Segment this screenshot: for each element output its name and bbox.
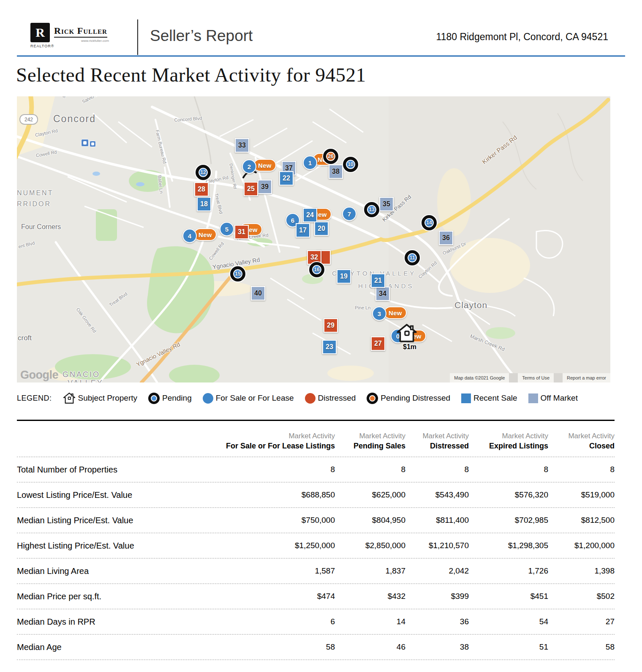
google-logo: Google (20, 369, 58, 382)
distressed-icon (305, 393, 316, 404)
marker-sale-5[interactable]: 5 (220, 222, 234, 236)
marker-distressed-25[interactable]: 25 (244, 182, 258, 196)
sellers-report-page: R Rick Fuller www.rickfuller.com REALTOR… (0, 0, 642, 672)
legend-label: Pending (162, 393, 192, 403)
new-listing-pill[interactable]: New (384, 306, 407, 319)
cell-value: $1,210,570 (405, 541, 469, 550)
cell-value: $576,320 (469, 490, 548, 500)
legend-item-off-market: Off Market (528, 393, 578, 403)
marker-sale-2[interactable]: 2 (242, 159, 256, 174)
cell-value: 1,837 (335, 566, 405, 576)
market-activity-table: Market ActivityFor Sale or For Lease Lis… (17, 420, 615, 660)
map-legend: LEGEND: Subject Property Pending For Sal… (17, 389, 625, 407)
marker-off-38[interactable]: 38 (329, 164, 343, 179)
row-label: Total Number of Properties (17, 465, 194, 475)
column-header: Market ActivityFor Sale or For Lease Lis… (194, 432, 335, 451)
marker-off-33[interactable]: 33 (235, 138, 249, 153)
marker-sale-1[interactable]: 1 (303, 156, 317, 170)
realtor-logo-icon: R (30, 23, 50, 42)
cell-value: 54 (469, 617, 548, 626)
row-label: Median Living Area (17, 566, 194, 576)
marker-recent-18[interactable]: 18 (197, 197, 211, 211)
cell-value: 58 (194, 642, 335, 652)
legend-item-recent-sale: Recent Sale (461, 393, 517, 403)
marker-recent-20[interactable]: 20 (314, 221, 329, 236)
pending-distressed-icon (367, 393, 378, 404)
map-data-credit: Map data ©2021 Google (450, 375, 509, 380)
marker-distressed-31[interactable]: 31 (234, 225, 249, 239)
cell-value: $474 (194, 592, 335, 601)
recent-sale-icon (461, 393, 471, 403)
marker-pending-10[interactable]: 10 (343, 157, 358, 172)
cell-value: 8 (548, 465, 615, 474)
cell-value: $702,985 (469, 516, 548, 525)
marker-recent-21[interactable]: 21 (371, 273, 385, 288)
cell-value: $432 (335, 592, 405, 601)
column-group-label: Market Activity (194, 432, 335, 440)
marker-distressed-28[interactable]: 28 (194, 182, 209, 197)
for-sale-icon (203, 393, 213, 404)
marker-pending-15[interactable]: 15 (230, 266, 245, 281)
new-listing-pill[interactable]: New (194, 228, 217, 241)
cell-value: $750,000 (194, 516, 335, 525)
marker-distressed-27[interactable]: 27 (371, 336, 385, 351)
marker-recent-24[interactable]: 24 (303, 208, 317, 222)
marker-pending-14[interactable]: 14 (422, 215, 437, 230)
cell-value: $1,298,305 (469, 541, 548, 550)
marker-off-34[interactable]: 34 (375, 287, 390, 301)
legend-label: Recent Sale (473, 393, 517, 403)
marker-off-39[interactable]: 39 (258, 180, 272, 194)
marker-sale-7[interactable]: 7 (342, 207, 356, 221)
legend-label: Off Market (541, 393, 578, 403)
marker-recent-19[interactable]: 19 (337, 269, 351, 284)
legend-label: For Sale or For Lease (216, 393, 294, 403)
new-listing-pill[interactable]: New (253, 159, 276, 172)
highway-242-badge: 242 (19, 114, 38, 125)
cell-value: $625,000 (335, 490, 405, 500)
report-map-error-link[interactable]: Report a map error (563, 375, 610, 380)
row-label: Median Age (17, 642, 194, 652)
marker-distressed-29[interactable]: 29 (324, 318, 338, 333)
market-activity-map[interactable]: 242 ConcordSalvio Stst StConcord BlvdCla… (17, 96, 610, 382)
column-group-label: Market Activity (469, 432, 548, 440)
pending-icon (148, 393, 160, 404)
subject-house-icon (396, 322, 417, 344)
marker-pending_distressed-26[interactable]: 26 (323, 149, 338, 164)
marker-recent-23[interactable]: 23 (322, 340, 337, 354)
table-row: Highest Listing Price/Est. Value$1,250,0… (17, 533, 615, 559)
column-group-label: Market Activity (335, 432, 405, 440)
cell-value: $811,400 (405, 516, 469, 525)
column-label: Expired Listings (469, 442, 548, 451)
marker-off-35[interactable]: 35 (379, 197, 394, 211)
map-poi-icon[interactable] (90, 141, 96, 147)
cell-value: 46 (335, 642, 405, 652)
map-base-art (17, 96, 610, 382)
legend-item-subject: Subject Property (63, 392, 137, 404)
marker-pending-11[interactable]: 11 (405, 250, 420, 265)
cell-value: 2,042 (405, 566, 469, 576)
report-title: Seller’s Report (150, 27, 253, 45)
cell-value: 1,398 (548, 566, 615, 576)
terms-of-use-link[interactable]: Terms of Use (518, 375, 554, 380)
page-title: Selected Recent Market Activity for 9452… (16, 63, 366, 86)
map-attribution: Map data ©2021 Google Terms of Use Repor… (450, 373, 610, 382)
brand-logo: R Rick Fuller www.rickfuller.com REALTOR… (30, 21, 136, 55)
marker-off-40[interactable]: 40 (251, 286, 265, 300)
subject-property-marker[interactable] (396, 322, 417, 344)
marker-sale-3[interactable]: 3 (372, 306, 386, 321)
legend-title: LEGEND: (17, 394, 52, 403)
column-header: Market ActivityClosed (548, 432, 615, 451)
cell-value: 6 (194, 617, 335, 626)
cell-value: 8 (469, 465, 548, 474)
marker-sale-4[interactable]: 4 (182, 229, 197, 243)
marker-pending-13[interactable]: 13 (364, 202, 379, 217)
row-label: Median Listing Price/Est. Value (17, 516, 194, 525)
brand-website: www.rickfuller.com (81, 39, 109, 43)
marker-recent-22[interactable]: 22 (279, 171, 294, 186)
marker-off-36[interactable]: 36 (439, 231, 453, 245)
map-poi-icon[interactable] (81, 139, 89, 147)
marker-pending-12[interactable]: 12 (196, 165, 211, 180)
marker-pending-16[interactable]: 16 (309, 262, 324, 277)
marker-recent-17[interactable]: 17 (296, 223, 310, 238)
cell-value: 27 (548, 617, 615, 626)
